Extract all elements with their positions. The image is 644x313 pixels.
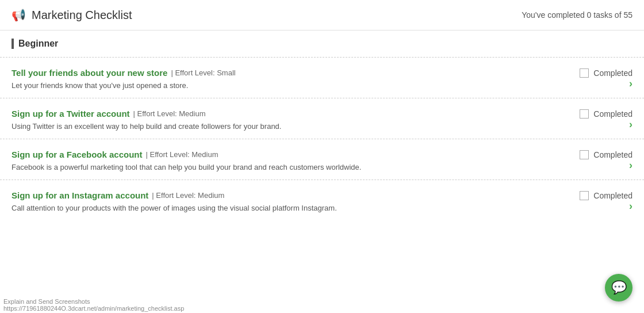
completed-label: Completed <box>593 109 632 119</box>
item-effort: | Effort Level: Medium <box>146 150 218 159</box>
item-title-area: Sign up for a Twitter account | Effort L… <box>12 109 206 119</box>
section-divider-icon <box>12 39 14 49</box>
item-right: Completed <box>580 68 632 78</box>
checklist-item-tell-friends[interactable]: Tell your friends about your new store |… <box>0 57 644 98</box>
completed-label: Completed <box>593 150 632 159</box>
item-title: Tell your friends about your new store <box>12 68 167 78</box>
section-header: Beginner <box>0 30 644 57</box>
checklist-item-instagram[interactable]: Sign up for an Instagram account | Effor… <box>0 180 644 220</box>
item-title-area: Sign up for an Instagram account | Effor… <box>12 190 224 200</box>
page-header: 📢 Marketing Checklist You've completed 0… <box>0 0 644 30</box>
chevron-right-icon: › <box>629 200 632 212</box>
completed-checkbox[interactable] <box>580 109 589 119</box>
chevron-right-icon: › <box>629 159 632 171</box>
item-effort: | Effort Level: Medium <box>152 191 224 200</box>
item-right: Completed <box>580 109 632 119</box>
completed-checkbox[interactable] <box>580 191 589 200</box>
item-title: Sign up for a Facebook account <box>12 150 143 159</box>
completed-checkbox[interactable] <box>580 68 589 78</box>
item-right: Completed <box>580 191 632 200</box>
progress-text: You've completed 0 tasks of 55 <box>522 10 632 20</box>
item-top-row: Sign up for a Twitter account | Effort L… <box>12 109 632 119</box>
item-right: Completed <box>580 150 632 159</box>
checklist-item-facebook[interactable]: Sign up for a Facebook account | Effort … <box>0 139 644 180</box>
item-description: Let your friends know that you've just o… <box>12 81 471 90</box>
item-description: Using Twitter is an excellent way to hel… <box>12 122 471 131</box>
header-left: 📢 Marketing Checklist <box>12 8 132 22</box>
item-description: Facebook is a powerful marketing tool th… <box>12 163 471 171</box>
megaphone-icon: 📢 <box>12 8 26 22</box>
item-effort: | Effort Level: Small <box>171 68 235 77</box>
item-title-area: Sign up for a Facebook account | Effort … <box>12 150 218 159</box>
section-title: Beginner <box>18 39 58 49</box>
checklist-item-twitter[interactable]: Sign up for a Twitter account | Effort L… <box>0 98 644 139</box>
completed-label: Completed <box>593 68 632 78</box>
item-effort: | Effort Level: Medium <box>133 109 206 118</box>
item-title: Sign up for a Twitter account <box>12 109 130 119</box>
item-title: Sign up for an Instagram account <box>12 190 148 200</box>
item-title-area: Tell your friends about your new store |… <box>12 68 236 78</box>
item-top-row: Tell your friends about your new store |… <box>12 68 632 78</box>
completed-label: Completed <box>593 191 632 200</box>
chevron-right-icon: › <box>629 119 632 131</box>
completed-checkbox[interactable] <box>580 150 589 159</box>
checklist-container: Tell your friends about your new store |… <box>0 57 644 220</box>
page-title: Marketing Checklist <box>32 9 132 22</box>
item-description: Call attention to your products with the… <box>12 204 471 212</box>
item-top-row: Sign up for a Facebook account | Effort … <box>12 150 632 159</box>
chevron-right-icon: › <box>629 78 632 90</box>
item-top-row: Sign up for an Instagram account | Effor… <box>12 190 632 200</box>
